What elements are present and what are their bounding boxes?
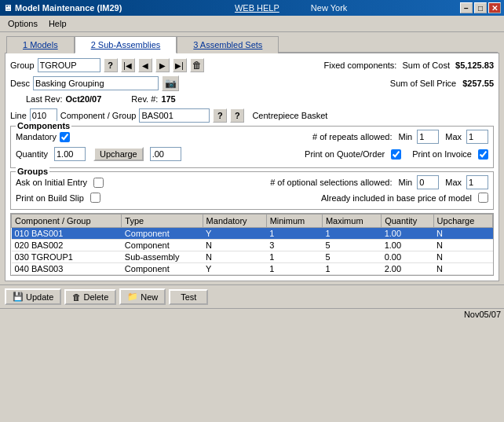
quantity-input[interactable]: [54, 147, 86, 161]
maximize-button[interactable]: □: [474, 2, 487, 13]
repeats-max-label: Max: [445, 132, 462, 141]
optional-min-input[interactable]: [417, 175, 439, 189]
cell-quantity: 0.00: [382, 251, 433, 263]
components-row2: Quantity Upcharge Print on Quote/Order P…: [16, 147, 488, 161]
groups-row2: Print on Build Slip Already included in …: [16, 193, 488, 203]
line-label: Line: [10, 111, 27, 120]
table-row[interactable]: 040 BAS003 Component Y 1 1 2.00 N: [12, 263, 493, 275]
minimize-button[interactable]: −: [460, 2, 473, 13]
group-row: Group ? |◀ ◀ ▶ ▶| 🗑 Fixed components: Su…: [10, 58, 494, 72]
comp-name-value: Centrepiece Basket: [252, 111, 327, 120]
group-input[interactable]: [38, 58, 100, 72]
tabs-row: 1 Models 2 Sub-Assemblies 3 Assembled Se…: [0, 32, 504, 53]
cell-minimum: 3: [266, 240, 322, 251]
components-row1: Mandatory # of repeats allowed: Min Max: [16, 130, 488, 144]
print-invoice-label: Print on Invoice: [412, 149, 472, 159]
sum-cost-value: $5,125.83: [455, 61, 494, 70]
new-button[interactable]: 📁 New: [119, 288, 166, 305]
cell-minimum: 1: [266, 228, 322, 240]
cell-upcharge: N: [433, 263, 492, 275]
update-button[interactable]: 💾 Update: [5, 288, 61, 305]
desc-input[interactable]: [33, 76, 159, 90]
print-quote-label: Print on Quote/Order: [305, 149, 385, 159]
tab-models[interactable]: 1 Models: [6, 36, 75, 53]
cell-comp-group: 010 BAS001: [12, 228, 122, 240]
test-label: Test: [181, 292, 196, 302]
components-section: Components Mandatory # of repeats allowe…: [10, 126, 494, 168]
repeats-min-input[interactable]: [417, 130, 439, 144]
optional-min-label: Min: [398, 178, 412, 187]
delete-label: Delete: [83, 292, 108, 302]
web-help-link[interactable]: WEB HELP: [235, 3, 279, 13]
nav-last-button[interactable]: ▶|: [173, 58, 187, 72]
tab-assembled-sets[interactable]: 3 Assembled Sets: [177, 36, 279, 53]
title-bar: 🖥 Model Maintenance (IM29) WEB HELP New …: [0, 0, 504, 16]
rev-label: Rev. #:: [131, 94, 158, 104]
menu-options[interactable]: Options: [3, 17, 42, 30]
nav-delete-button[interactable]: 🗑: [190, 58, 204, 72]
mandatory-label: Mandatory: [16, 132, 57, 141]
last-rev-row: Last Rev: Oct20/07 Rev. #: 175: [26, 94, 494, 104]
cell-minimum: 1: [266, 251, 322, 263]
repeats-max-input[interactable]: [466, 130, 488, 144]
cell-upcharge: N: [433, 251, 492, 263]
mandatory-checkbox[interactable]: [60, 132, 70, 142]
last-rev-value: Oct20/07: [65, 94, 101, 104]
nav-first-button[interactable]: |◀: [121, 58, 135, 72]
print-build-label: Print on Build Slip: [16, 193, 84, 203]
table-row[interactable]: 010 BAS001 Component Y 1 1 1.00 N: [12, 228, 493, 240]
sum-sell-value: $257.55: [462, 79, 494, 88]
desc-label: Desc: [10, 79, 30, 88]
camera-button[interactable]: 📷: [162, 75, 179, 91]
cell-mandatory: Y: [203, 263, 266, 275]
cell-minimum: 1: [266, 263, 322, 275]
table-row[interactable]: 020 BAS002 Component N 3 5 1.00 N: [12, 240, 493, 251]
upcharge-button[interactable]: Upcharge: [93, 147, 144, 161]
group-label: Group: [10, 61, 35, 70]
desc-row: Desc 📷 Sum of Sell Price $257.55: [10, 75, 494, 91]
rev-value: 175: [161, 94, 175, 104]
groups-row1: Ask on Initial Entry # of optional selec…: [16, 175, 488, 189]
comp-group-input[interactable]: [139, 108, 210, 123]
delete-icon: 🗑: [72, 292, 81, 302]
new-icon: 📁: [127, 292, 138, 302]
last-rev-label: Last Rev:: [26, 94, 62, 104]
upcharge-input[interactable]: [150, 147, 181, 161]
cell-comp-group: 030 TGROUP1: [12, 251, 122, 263]
status-date: Nov05/07: [464, 310, 501, 319]
menu-help[interactable]: Help: [44, 17, 71, 30]
print-quote-checkbox[interactable]: [391, 149, 401, 160]
print-build-checkbox[interactable]: [90, 193, 100, 203]
new-label: New: [141, 292, 158, 302]
main-content: Group ? |◀ ◀ ▶ ▶| 🗑 Fixed components: Su…: [5, 53, 499, 281]
groups-section-label: Groups: [16, 167, 49, 176]
col-header-comp-group: Component / Group: [12, 215, 122, 228]
cell-maximum: 5: [322, 251, 381, 263]
cell-type: Sub-assembly: [122, 251, 203, 263]
delete-button[interactable]: 🗑 Delete: [64, 289, 116, 305]
comp-group-question-btn2[interactable]: ?: [230, 108, 244, 123]
col-header-upcharge: Upcharge: [433, 215, 492, 228]
cell-maximum: 1: [322, 263, 381, 275]
quantity-label: Quantity: [16, 149, 48, 159]
col-header-maximum: Maximum: [322, 215, 381, 228]
tab-sub-assemblies[interactable]: 2 Sub-Assemblies: [75, 36, 177, 53]
data-table: Component / Group Type Mandatory Minimum…: [10, 213, 494, 276]
group-question-button[interactable]: ?: [104, 58, 118, 72]
footer-bar: 💾 Update 🗑 Delete 📁 New Test: [0, 284, 504, 308]
ask-checkbox[interactable]: [93, 178, 104, 188]
table-row[interactable]: 030 TGROUP1 Sub-assembly N 1 5 0.00 N: [12, 251, 493, 263]
close-button[interactable]: ✕: [488, 2, 501, 13]
comp-group-question-btn1[interactable]: ?: [213, 108, 227, 123]
test-button[interactable]: Test: [169, 289, 208, 305]
already-included-checkbox[interactable]: [478, 193, 488, 203]
print-invoice-checkbox[interactable]: [478, 149, 488, 160]
cell-mandatory: N: [203, 240, 266, 251]
nav-prev-button[interactable]: ◀: [138, 58, 152, 72]
sum-sell-label: Sum of Sell Price: [390, 79, 456, 88]
nav-next-button[interactable]: ▶: [155, 58, 170, 72]
optional-max-input[interactable]: [466, 175, 488, 189]
cell-comp-group: 040 BAS003: [12, 263, 122, 275]
cell-maximum: 5: [322, 240, 381, 251]
cell-mandatory: Y: [203, 228, 266, 240]
